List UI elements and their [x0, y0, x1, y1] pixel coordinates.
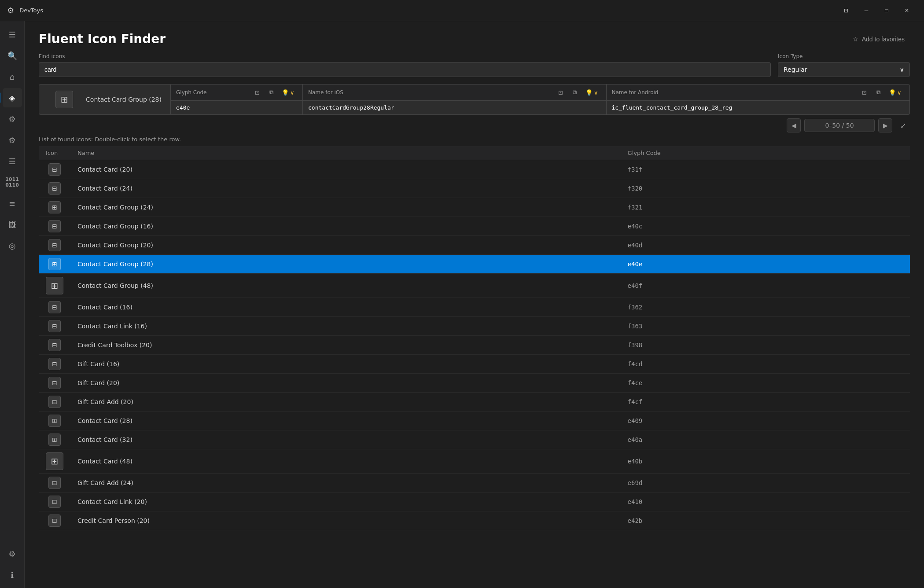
- app-icon: ⚙: [7, 6, 14, 15]
- row-icon: ⊟: [48, 358, 61, 370]
- image-icon: 🖼: [8, 220, 16, 229]
- ios-bulb-icon: 💡: [585, 89, 593, 96]
- find-icons-label: Find icons: [39, 53, 771, 59]
- row-icon-cell: ⊟: [39, 336, 70, 355]
- table-row[interactable]: ⊞ Contact Card Group (48) e40f: [39, 274, 910, 298]
- pagination-info: 0–50 / 50: [804, 119, 875, 132]
- sidebar-item-settings1[interactable]: ⚙: [3, 109, 22, 129]
- table-row[interactable]: ⊞ Contact Card (32) e40a: [39, 430, 910, 449]
- table-row[interactable]: ⊞ Contact Card Group (28) e40e: [39, 255, 910, 274]
- page-title: Fluent Icon Finder: [39, 32, 166, 46]
- sidebar-item-home[interactable]: ⌂: [3, 67, 22, 86]
- ios-chevron: ∨: [594, 89, 598, 96]
- app-container: ☰ 🔍 ⌂ ◈ ⚙ ⚙ ☰ 10110110 ≡ 🖼 ◎: [0, 21, 924, 588]
- table-row[interactable]: ⊟ Contact Card Group (20) e40d: [39, 236, 910, 255]
- add-to-favorites-button[interactable]: ☆ Add to favorites: [847, 32, 910, 46]
- sidebar-item-binary[interactable]: 10110110: [3, 173, 22, 192]
- minimize-button[interactable]: ─: [856, 4, 876, 18]
- row-icon-cell: ⊟: [39, 317, 70, 336]
- row-name: Contact Card Group (48): [70, 274, 621, 298]
- selected-icon-box: ⊞ Contact Card Group (28): [39, 84, 171, 115]
- sidebar-item-list[interactable]: ☰: [3, 151, 22, 171]
- table-row[interactable]: ⊟ Contact Card (24) f320: [39, 179, 910, 198]
- row-name: Gift Card Add (24): [70, 474, 621, 492]
- android-chevron: ∨: [897, 89, 902, 96]
- sidebar-item-info[interactable]: ℹ: [3, 565, 22, 584]
- search-input[interactable]: [39, 62, 771, 77]
- table-row[interactable]: ⊟ Contact Card Link (20) e410: [39, 492, 910, 511]
- maximize-button[interactable]: □: [876, 4, 897, 18]
- page-header: Fluent Icon Finder ☆ Add to favorites: [25, 21, 924, 53]
- glyph-copy-button[interactable]: ⊡: [251, 87, 263, 98]
- android-name-value: ic_fluent_contact_card_group_28_reg: [607, 101, 910, 114]
- row-name: Gift Card (20): [70, 374, 621, 393]
- table-row[interactable]: ⊞ Contact Card Group (24) f321: [39, 198, 910, 217]
- row-icon: ⊟: [48, 377, 61, 389]
- bullets-icon: ≡: [9, 199, 15, 208]
- sidebar-item-settings-bottom[interactable]: ⚙: [3, 544, 22, 563]
- chevron-down-icon: ∨: [900, 66, 904, 73]
- row-glyph: e409: [621, 412, 910, 430]
- android-clone-button[interactable]: ⧉: [872, 87, 884, 98]
- sidebar-item-settings2[interactable]: ⚙: [3, 130, 22, 150]
- row-icon: ⊞: [46, 277, 63, 294]
- ios-clone-button[interactable]: ⧉: [569, 87, 581, 98]
- android-bulb-dropdown[interactable]: 💡 ∨: [886, 88, 904, 97]
- table-row[interactable]: ⊟ Credit Card Person (20) e42b: [39, 511, 910, 530]
- sidebar-item-menu[interactable]: ☰: [3, 25, 22, 44]
- icon-table-body: ⊟ Contact Card (20) f31f ⊟ Contact Card …: [39, 160, 910, 530]
- expand-button[interactable]: ⤢: [896, 118, 910, 132]
- table-row[interactable]: ⊟ Contact Card Link (16) f363: [39, 317, 910, 336]
- col-glyph: Glyph Code: [621, 146, 910, 160]
- table-row[interactable]: ⊞ Contact Card (28) e409: [39, 412, 910, 430]
- glyph-code-label: Glyph Code: [176, 89, 207, 96]
- next-page-button[interactable]: ▶: [878, 118, 892, 132]
- icon-type-value: Regular: [784, 66, 807, 73]
- sidebar-item-image[interactable]: 🖼: [3, 215, 22, 234]
- table-row[interactable]: ⊟ Credit Card Toolbox (20) f398: [39, 336, 910, 355]
- star-icon: ☆: [853, 36, 858, 43]
- prev-page-button[interactable]: ◀: [787, 118, 801, 132]
- sidebar-item-circle[interactable]: ◎: [3, 236, 22, 255]
- row-icon-cell: ⊞: [39, 198, 70, 217]
- table-row[interactable]: ⊟ Contact Card (20) f31f: [39, 160, 910, 179]
- sidebar-item-search[interactable]: 🔍: [3, 46, 22, 65]
- glyph-chevron: ∨: [290, 89, 295, 96]
- icon-type-dropdown[interactable]: Regular ∨: [778, 62, 910, 77]
- row-icon: ⊟: [48, 220, 61, 232]
- glyph-clone-button[interactable]: ⧉: [265, 87, 277, 98]
- row-glyph: e40e: [621, 255, 910, 274]
- row-name: Contact Card Group (28): [70, 255, 621, 274]
- row-glyph: e40a: [621, 430, 910, 449]
- table-row[interactable]: ⊟ Gift Card (16) f4cd: [39, 355, 910, 374]
- row-name: Credit Card Person (20): [70, 511, 621, 530]
- row-icon: ⊞: [48, 201, 61, 213]
- table-row[interactable]: ⊟ Contact Card (16) f362: [39, 298, 910, 317]
- table-row[interactable]: ⊟ Gift Card Add (20) f4cf: [39, 393, 910, 412]
- row-name: Contact Card Group (16): [70, 217, 621, 236]
- android-copy-button[interactable]: ⊡: [858, 87, 870, 98]
- android-name-label: Name for Android: [612, 89, 659, 96]
- icon-table: Icon Name Glyph Code ⊟ Contact Card (20)…: [39, 146, 910, 530]
- close-button[interactable]: ✕: [897, 4, 917, 18]
- row-glyph: f31f: [621, 160, 910, 179]
- sidebar-item-bullets[interactable]: ≡: [3, 194, 22, 213]
- table-row[interactable]: ⊟ Gift Card Add (24) e69d: [39, 474, 910, 492]
- snap-button[interactable]: ⊡: [836, 4, 856, 18]
- row-icon-cell: ⊞: [39, 449, 70, 474]
- settings2-icon: ⚙: [8, 136, 15, 145]
- row-icon-cell: ⊞: [39, 255, 70, 274]
- table-row[interactable]: ⊞ Contact Card (48) e40b: [39, 449, 910, 474]
- table-row[interactable]: ⊟ Contact Card Group (16) e40c: [39, 217, 910, 236]
- app-title: DevToys: [19, 7, 43, 14]
- glyph-bulb-dropdown[interactable]: 💡 ∨: [279, 88, 297, 97]
- ios-copy-button[interactable]: ⊡: [555, 87, 567, 98]
- sidebar-item-icon-finder[interactable]: ◈: [3, 88, 22, 107]
- row-icon-cell: ⊞: [39, 274, 70, 298]
- row-glyph: e40d: [621, 236, 910, 255]
- ios-bulb-dropdown[interactable]: 💡 ∨: [583, 88, 601, 97]
- row-icon-cell: ⊟: [39, 474, 70, 492]
- table-row[interactable]: ⊟ Gift Card (20) f4ce: [39, 374, 910, 393]
- android-bulb-icon: 💡: [889, 89, 896, 96]
- row-name: Gift Card Add (20): [70, 393, 621, 412]
